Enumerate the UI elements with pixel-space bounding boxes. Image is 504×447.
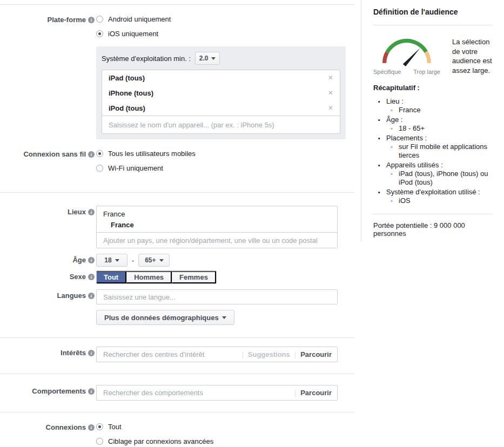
panel-divider [373, 214, 493, 214]
connections-label-cell: Connexions [0, 421, 96, 431]
connections-section: Connexions Tout Ciblage par connexions a… [0, 421, 354, 447]
locations-box: France France [96, 206, 338, 248]
suggestions-link[interactable]: Suggestions [248, 350, 290, 358]
os-min-value: 2.0 [199, 55, 209, 62]
gender-men-button[interactable]: Hommes [126, 271, 172, 283]
remove-device-icon[interactable] [328, 105, 333, 111]
audience-gauge-icon [378, 34, 436, 67]
platform-label-cell: Plate-forme [0, 13, 96, 24]
age-max-value: 65+ [145, 256, 156, 264]
radio-connections-all-label: Tout [108, 423, 122, 431]
radio-ios[interactable]: iOS uniquement [96, 28, 346, 39]
caret-down-icon [222, 316, 226, 319]
section-divider [0, 412, 354, 412]
section-divider [0, 337, 354, 338]
location-group: France [97, 206, 337, 219]
device-search-input[interactable] [102, 116, 340, 133]
platform-section: Plate-forme Android uniquement iOS uniqu… [0, 13, 354, 139]
radio-wifi-label: Wi-Fi uniquement [108, 164, 163, 172]
location-selected: France [97, 219, 337, 232]
radio-android[interactable]: Android uniquement [96, 13, 346, 24]
locations-section: Lieux France France [0, 206, 354, 248]
remove-device-icon[interactable] [328, 90, 333, 96]
separator-bar: | [294, 389, 296, 397]
info-icon[interactable] [88, 350, 95, 356]
radio-android-label: Android uniquement [108, 15, 171, 23]
age-label: Âge [72, 256, 86, 264]
location-search-input[interactable] [97, 233, 337, 248]
summary-item-label: Lieu : [373, 97, 493, 106]
behaviors-label-cell: Comportements [0, 385, 96, 395]
summary-list: Lieu : France Âge : 18 - 65+ Placements … [373, 97, 493, 205]
more-demographics-button[interactable]: Plus de données démographiques [96, 310, 234, 325]
behaviors-label: Comportements [32, 387, 86, 395]
section-divider [0, 374, 354, 374]
gender-all-button[interactable]: Tout [97, 271, 126, 283]
connections-label: Connexions [46, 423, 86, 431]
wireless-label-cell: Connexion sans fil [0, 148, 96, 158]
remove-device-icon[interactable] [328, 74, 333, 81]
age-min-value: 18 [104, 256, 111, 264]
summary-item: Placements : sur Fil mobile et applicati… [373, 134, 493, 160]
gender-women-button[interactable]: Femmes [172, 271, 216, 283]
age-section: Âge 18 - 65+ [0, 254, 354, 267]
gauge-left-label: Spécifique [373, 69, 401, 75]
section-divider [0, 192, 354, 193]
device-row: iPad (tous) [102, 70, 340, 85]
age-label-cell: Âge [0, 254, 96, 264]
summary-item-label: Appareils utilisés : [373, 161, 493, 170]
separator-bar: | [294, 350, 296, 358]
section-divider [0, 4, 354, 5]
browse-link[interactable]: Parcourir [300, 389, 332, 397]
radio-connections-all[interactable]: Tout [96, 421, 346, 432]
age-min-dropdown[interactable]: 18 [96, 254, 127, 267]
language-input[interactable] [97, 290, 337, 304]
interests-search-input[interactable] [97, 347, 241, 362]
info-icon[interactable] [88, 257, 95, 263]
summary-item-value: France [373, 106, 493, 114]
languages-label-cell: Langues [0, 289, 96, 300]
radio-wifi-only[interactable]: Wi-Fi uniquement [96, 162, 346, 173]
radio-connections-advanced-label: Ciblage par connexions avancées [108, 437, 213, 445]
summary-item-value: sur Fil mobile et applications tierces [373, 143, 493, 160]
behaviors-section: Comportements | Parcourir [0, 385, 354, 401]
more-demographics-row: Plus de données démographiques [0, 310, 354, 325]
summary-item-value: 18 - 65+ [373, 124, 493, 133]
potential-reach-text: Portée potentielle : 9 000 000 personnes [373, 221, 493, 238]
age-max-dropdown[interactable]: 65+ [138, 254, 170, 267]
info-icon[interactable] [88, 388, 95, 395]
device-name: iPad (tous) [109, 74, 145, 82]
caret-down-icon [115, 259, 119, 262]
separator-bar: | [241, 350, 243, 358]
info-icon[interactable] [88, 293, 95, 299]
summary-item: Système d'exploitation utilisé : iOS [373, 188, 493, 205]
summary-item-label: Âge : [373, 116, 493, 124]
info-icon[interactable] [88, 17, 95, 23]
behaviors-search-input[interactable] [97, 385, 294, 400]
os-min-dropdown[interactable]: 2.0 [195, 52, 220, 65]
radio-checked-icon [96, 423, 103, 430]
radio-checked-icon [96, 30, 103, 37]
radio-all-mobile-users[interactable]: Tous les utilisateurs mobiles [96, 148, 346, 159]
info-icon[interactable] [88, 424, 95, 431]
summary-item-value: iOS [373, 197, 493, 205]
age-separator: - [132, 256, 134, 265]
radio-all-mobile-label: Tous les utilisateurs mobiles [108, 150, 196, 158]
info-icon[interactable] [88, 209, 95, 215]
panel-title: Définition de l'audience [373, 8, 493, 16]
radio-unchecked-icon [96, 165, 103, 172]
summary-item-label: Placements : [373, 134, 493, 143]
wireless-section: Connexion sans fil Tous les utilisateurs… [0, 148, 354, 177]
browse-link[interactable]: Parcourir [300, 350, 332, 358]
more-demographics-label: Plus de données démographiques [104, 314, 219, 322]
gauge-right-label: Trop large [413, 69, 440, 75]
radio-ios-label: iOS uniquement [108, 30, 158, 38]
summary-title: Récapitulatif : [373, 84, 493, 92]
gender-segmented-control: Tout Hommes Femmes [96, 270, 217, 284]
os-min-label: Système d'exploitation min. : [102, 55, 191, 63]
radio-unchecked-icon [96, 16, 103, 23]
info-icon[interactable] [88, 151, 95, 158]
wireless-label: Connexion sans fil [23, 150, 86, 158]
info-icon[interactable] [88, 274, 95, 280]
radio-connections-advanced[interactable]: Ciblage par connexions avancées [96, 436, 346, 446]
